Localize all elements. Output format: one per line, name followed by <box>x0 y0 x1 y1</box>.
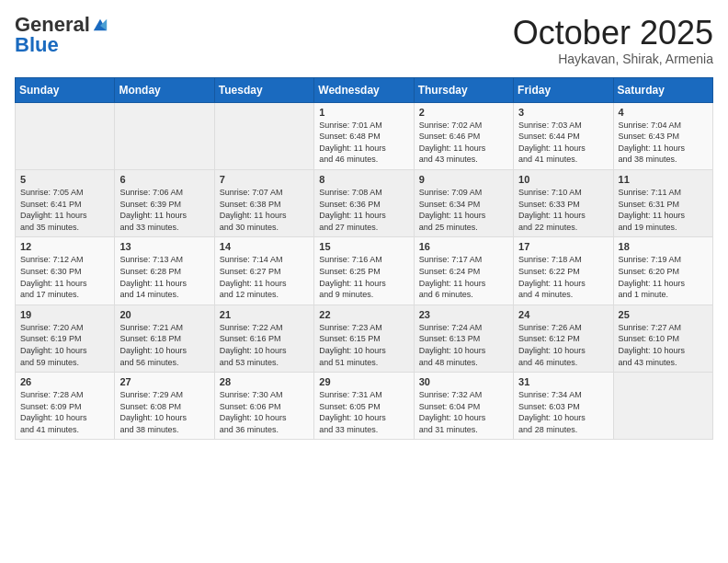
day-number: 13 <box>119 241 209 252</box>
calendar-cell: 24Sunrise: 7:26 AM Sunset: 6:12 PM Dayli… <box>514 304 613 372</box>
calendar-cell: 4Sunrise: 7:04 AM Sunset: 6:43 PM Daylig… <box>613 102 712 169</box>
weekday-header: Saturday <box>613 77 712 102</box>
day-number: 21 <box>220 309 309 320</box>
day-number: 24 <box>518 309 608 320</box>
calendar-cell: 21Sunrise: 7:22 AM Sunset: 6:16 PM Dayli… <box>214 304 313 372</box>
day-info: Sunrise: 7:24 AM Sunset: 6:13 PM Dayligh… <box>419 322 508 368</box>
day-info: Sunrise: 7:27 AM Sunset: 6:10 PM Dayligh… <box>619 322 708 368</box>
calendar-cell: 27Sunrise: 7:29 AM Sunset: 6:08 PM Dayli… <box>115 373 214 440</box>
page-header: General Blue October 2025 Haykavan, Shir… <box>15 15 713 66</box>
calendar-cell: 7Sunrise: 7:07 AM Sunset: 6:38 PM Daylig… <box>214 169 313 236</box>
calendar-cell: 12Sunrise: 7:12 AM Sunset: 6:30 PM Dayli… <box>16 237 115 304</box>
day-number: 31 <box>518 376 608 387</box>
calendar-cell: 3Sunrise: 7:03 AM Sunset: 6:44 PM Daylig… <box>514 102 613 169</box>
day-number: 17 <box>518 241 608 252</box>
calendar-cell: 10Sunrise: 7:10 AM Sunset: 6:33 PM Dayli… <box>514 169 613 236</box>
calendar-week-row: 12Sunrise: 7:12 AM Sunset: 6:30 PM Dayli… <box>16 237 713 304</box>
day-info: Sunrise: 7:21 AM Sunset: 6:18 PM Dayligh… <box>119 322 209 368</box>
day-number: 10 <box>518 174 608 185</box>
calendar-cell: 9Sunrise: 7:09 AM Sunset: 6:34 PM Daylig… <box>414 169 513 236</box>
title-section: October 2025 Haykavan, Shirak, Armenia <box>513 15 713 66</box>
day-number: 18 <box>619 241 708 252</box>
logo-general-text: General <box>15 15 90 35</box>
calendar-cell: 13Sunrise: 7:13 AM Sunset: 6:28 PM Dayli… <box>115 237 214 304</box>
day-number: 27 <box>119 376 209 387</box>
calendar-cell <box>16 102 115 169</box>
day-info: Sunrise: 7:10 AM Sunset: 6:33 PM Dayligh… <box>518 187 608 233</box>
day-info: Sunrise: 7:18 AM Sunset: 6:22 PM Dayligh… <box>518 254 608 300</box>
day-number: 4 <box>619 107 708 118</box>
day-info: Sunrise: 7:14 AM Sunset: 6:27 PM Dayligh… <box>220 254 309 300</box>
day-number: 9 <box>419 174 508 185</box>
logo-blue-text: Blue <box>15 33 59 57</box>
calendar-cell: 23Sunrise: 7:24 AM Sunset: 6:13 PM Dayli… <box>414 304 513 372</box>
calendar-header-row: SundayMondayTuesdayWednesdayThursdayFrid… <box>16 77 713 102</box>
day-number: 28 <box>220 376 309 387</box>
day-info: Sunrise: 7:08 AM Sunset: 6:36 PM Dayligh… <box>319 187 408 233</box>
day-number: 11 <box>619 174 708 185</box>
day-info: Sunrise: 7:20 AM Sunset: 6:19 PM Dayligh… <box>20 322 109 368</box>
calendar-cell: 1Sunrise: 7:01 AM Sunset: 6:48 PM Daylig… <box>314 102 414 169</box>
calendar-cell: 6Sunrise: 7:06 AM Sunset: 6:39 PM Daylig… <box>115 169 214 236</box>
day-info: Sunrise: 7:06 AM Sunset: 6:39 PM Dayligh… <box>119 187 209 233</box>
calendar-cell: 18Sunrise: 7:19 AM Sunset: 6:20 PM Dayli… <box>613 237 712 304</box>
day-number: 20 <box>119 309 209 320</box>
day-info: Sunrise: 7:04 AM Sunset: 6:43 PM Dayligh… <box>619 120 708 166</box>
day-info: Sunrise: 7:28 AM Sunset: 6:09 PM Dayligh… <box>20 389 109 435</box>
day-number: 2 <box>419 107 508 118</box>
day-info: Sunrise: 7:30 AM Sunset: 6:06 PM Dayligh… <box>220 389 309 435</box>
day-info: Sunrise: 7:01 AM Sunset: 6:48 PM Dayligh… <box>319 120 408 166</box>
day-number: 12 <box>20 241 109 252</box>
day-number: 6 <box>119 174 209 185</box>
day-number: 16 <box>419 241 508 252</box>
calendar-week-row: 1Sunrise: 7:01 AM Sunset: 6:48 PM Daylig… <box>16 102 713 169</box>
day-number: 5 <box>20 174 109 185</box>
calendar-cell: 28Sunrise: 7:30 AM Sunset: 6:06 PM Dayli… <box>214 373 313 440</box>
day-info: Sunrise: 7:16 AM Sunset: 6:25 PM Dayligh… <box>319 254 408 300</box>
day-info: Sunrise: 7:29 AM Sunset: 6:08 PM Dayligh… <box>119 389 209 435</box>
day-info: Sunrise: 7:17 AM Sunset: 6:24 PM Dayligh… <box>419 254 508 300</box>
day-info: Sunrise: 7:12 AM Sunset: 6:30 PM Dayligh… <box>20 254 109 300</box>
day-number: 3 <box>518 107 608 118</box>
day-info: Sunrise: 7:22 AM Sunset: 6:16 PM Dayligh… <box>220 322 309 368</box>
calendar-cell: 14Sunrise: 7:14 AM Sunset: 6:27 PM Dayli… <box>214 237 313 304</box>
day-number: 7 <box>220 174 309 185</box>
day-number: 14 <box>220 241 309 252</box>
weekday-header: Thursday <box>414 77 513 102</box>
weekday-header: Friday <box>514 77 613 102</box>
calendar-cell: 16Sunrise: 7:17 AM Sunset: 6:24 PM Dayli… <box>414 237 513 304</box>
day-info: Sunrise: 7:26 AM Sunset: 6:12 PM Dayligh… <box>518 322 608 368</box>
logo-icon <box>92 17 108 33</box>
calendar-cell: 26Sunrise: 7:28 AM Sunset: 6:09 PM Dayli… <box>16 373 115 440</box>
calendar-cell: 15Sunrise: 7:16 AM Sunset: 6:25 PM Dayli… <box>314 237 414 304</box>
day-info: Sunrise: 7:05 AM Sunset: 6:41 PM Dayligh… <box>20 187 109 233</box>
calendar-cell: 20Sunrise: 7:21 AM Sunset: 6:18 PM Dayli… <box>115 304 214 372</box>
day-info: Sunrise: 7:09 AM Sunset: 6:34 PM Dayligh… <box>419 187 508 233</box>
calendar-cell <box>613 373 712 440</box>
calendar-week-row: 5Sunrise: 7:05 AM Sunset: 6:41 PM Daylig… <box>16 169 713 236</box>
calendar-cell <box>115 102 214 169</box>
day-number: 30 <box>419 376 508 387</box>
day-number: 1 <box>319 107 408 118</box>
day-number: 19 <box>20 309 109 320</box>
day-number: 29 <box>319 376 408 387</box>
day-info: Sunrise: 7:03 AM Sunset: 6:44 PM Dayligh… <box>518 120 608 166</box>
calendar-cell: 22Sunrise: 7:23 AM Sunset: 6:15 PM Dayli… <box>314 304 414 372</box>
month-title: October 2025 <box>513 15 713 52</box>
calendar-week-row: 26Sunrise: 7:28 AM Sunset: 6:09 PM Dayli… <box>16 373 713 440</box>
calendar-cell: 8Sunrise: 7:08 AM Sunset: 6:36 PM Daylig… <box>314 169 414 236</box>
day-info: Sunrise: 7:31 AM Sunset: 6:05 PM Dayligh… <box>319 389 408 435</box>
weekday-header: Tuesday <box>214 77 313 102</box>
day-number: 23 <box>419 309 508 320</box>
calendar-cell: 19Sunrise: 7:20 AM Sunset: 6:19 PM Dayli… <box>16 304 115 372</box>
calendar-cell: 2Sunrise: 7:02 AM Sunset: 6:46 PM Daylig… <box>414 102 513 169</box>
calendar-cell: 30Sunrise: 7:32 AM Sunset: 6:04 PM Dayli… <box>414 373 513 440</box>
weekday-header: Monday <box>115 77 214 102</box>
day-info: Sunrise: 7:02 AM Sunset: 6:46 PM Dayligh… <box>419 120 508 166</box>
calendar-cell <box>214 102 313 169</box>
day-number: 15 <box>319 241 408 252</box>
day-number: 25 <box>619 309 708 320</box>
calendar-cell: 25Sunrise: 7:27 AM Sunset: 6:10 PM Dayli… <box>613 304 712 372</box>
day-info: Sunrise: 7:34 AM Sunset: 6:03 PM Dayligh… <box>518 389 608 435</box>
weekday-header: Sunday <box>16 77 115 102</box>
